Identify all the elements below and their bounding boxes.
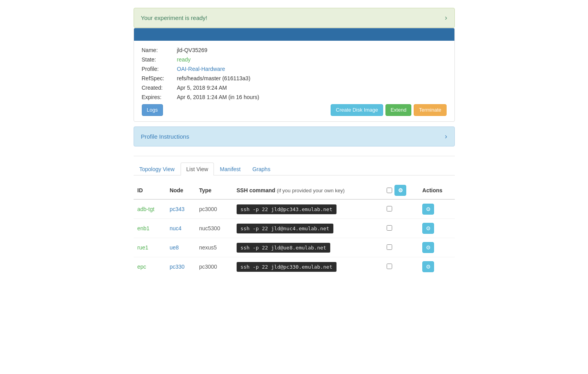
col-header-node: Node xyxy=(166,182,195,199)
col-header-checkbox: ⚙ xyxy=(383,182,418,199)
cell-ssh-0: ssh -p 22 jld@pc343.emulab.net xyxy=(233,199,383,219)
cell-actions-2: ⚙ xyxy=(418,238,454,257)
ready-banner-text: Your experiment is ready! xyxy=(141,14,208,21)
info-row-name: Name: jld-QV35269 xyxy=(142,47,447,53)
select-all-checkbox[interactable] xyxy=(387,188,392,193)
row-checkbox-0[interactable] xyxy=(387,206,392,211)
info-row-profile: Profile: OAI-Real-Hardware xyxy=(142,66,447,72)
cell-node-2[interactable]: ue8 xyxy=(166,238,195,257)
ssh-command-label: SSH command xyxy=(237,187,275,193)
gear-action-button-3[interactable]: ⚙ xyxy=(422,261,434,272)
cell-ssh-2: ssh -p 22 jld@ue8.emulab.net xyxy=(233,238,383,257)
experiment-card: Name: jld-QV35269 State: ready Profile: … xyxy=(134,28,455,122)
cell-type-1: nuc5300 xyxy=(195,219,233,238)
gear-action-button-0[interactable]: ⚙ xyxy=(422,204,434,215)
table-row: rue1 ue8 nexus5 ssh -p 22 jld@ue8.emulab… xyxy=(134,238,455,257)
terminate-button[interactable]: Terminate xyxy=(414,104,446,116)
right-actions: Create Disk Image Extend Terminate xyxy=(331,104,446,116)
label-name: Name: xyxy=(142,47,177,53)
tab-list-view[interactable]: List View xyxy=(181,163,214,175)
tab-topology-view[interactable]: Topology View xyxy=(134,163,181,175)
card-actions: Logs Create Disk Image Extend Terminate xyxy=(142,104,447,116)
cell-node-1[interactable]: nuc4 xyxy=(166,219,195,238)
table-row: epc pc330 pc3000 ssh -p 22 jld@pc330.emu… xyxy=(134,257,455,276)
cell-id-0[interactable]: adb-tgt xyxy=(134,199,166,219)
logs-button[interactable]: Logs xyxy=(142,104,163,116)
ready-banner-chevron: › xyxy=(445,14,447,22)
table-row: adb-tgt pc343 pc3000 ssh -p 22 jld@pc343… xyxy=(134,199,455,219)
cell-checkbox-0 xyxy=(383,199,418,219)
ready-banner[interactable]: Your experiment is ready! › xyxy=(134,8,455,28)
col-header-ssh: SSH command (if you provided your own ke… xyxy=(233,182,383,199)
cell-node-0[interactable]: pc343 xyxy=(166,199,195,219)
cell-type-3: pc3000 xyxy=(195,257,233,276)
cell-id-3[interactable]: epc xyxy=(134,257,166,276)
ssh-note-label: (if you provided your own key) xyxy=(277,188,344,193)
label-refspec: RefSpec: xyxy=(142,75,177,81)
table-header-row: ID Node Type SSH command (if you provide… xyxy=(134,182,455,199)
col-header-type: Type xyxy=(195,182,233,199)
section-divider xyxy=(134,156,455,156)
cell-node-3[interactable]: pc330 xyxy=(166,257,195,276)
cell-actions-3: ⚙ xyxy=(418,257,454,276)
main-container: Your experiment is ready! › Name: jld-QV… xyxy=(134,8,455,276)
label-profile: Profile: xyxy=(142,66,177,72)
cell-id-2[interactable]: rue1 xyxy=(134,238,166,257)
row-checkbox-3[interactable] xyxy=(387,264,392,269)
cell-type-0: pc3000 xyxy=(195,199,233,219)
cell-id-1[interactable]: enb1 xyxy=(134,219,166,238)
col-header-id: ID xyxy=(134,182,166,199)
col-header-actions: Actions xyxy=(418,182,454,199)
gear-action-button-2[interactable]: ⚙ xyxy=(422,242,434,253)
value-created: Apr 5, 2018 9:24 AM xyxy=(177,85,227,91)
cell-type-2: nexus5 xyxy=(195,238,233,257)
row-checkbox-1[interactable] xyxy=(387,225,392,231)
label-state: State: xyxy=(142,56,177,63)
profile-banner-text: Profile Instructions xyxy=(141,133,189,140)
cell-ssh-1: ssh -p 22 jld@nuc4.emulab.net xyxy=(233,219,383,238)
cell-actions-0: ⚙ xyxy=(418,199,454,219)
tab-manifest[interactable]: Manifest xyxy=(214,163,246,175)
label-created: Created: xyxy=(142,85,177,91)
cell-checkbox-1 xyxy=(383,219,418,238)
create-disk-image-button[interactable]: Create Disk Image xyxy=(331,104,383,116)
value-expires: Apr 6, 2018 1:24 AM (in 16 hours) xyxy=(177,94,259,100)
extend-button[interactable]: Extend xyxy=(385,104,411,116)
cell-checkbox-2 xyxy=(383,238,418,257)
nodes-table: ID Node Type SSH command (if you provide… xyxy=(134,182,455,276)
info-row-expires: Expires: Apr 6, 2018 1:24 AM (in 16 hour… xyxy=(142,94,447,100)
gear-header-button[interactable]: ⚙ xyxy=(394,185,406,196)
label-expires: Expires: xyxy=(142,94,177,100)
experiment-card-header xyxy=(134,28,454,41)
info-row-refspec: RefSpec: refs/heads/master (616113a3) xyxy=(142,75,447,81)
tab-graphs[interactable]: Graphs xyxy=(246,163,276,175)
cell-checkbox-3 xyxy=(383,257,418,276)
profile-instructions-banner[interactable]: Profile Instructions › xyxy=(134,126,455,146)
tabs-container: Topology View List View Manifest Graphs xyxy=(134,163,455,175)
cell-actions-1: ⚙ xyxy=(418,219,454,238)
value-refspec: refs/heads/master (616113a3) xyxy=(177,75,251,81)
value-profile[interactable]: OAI-Real-Hardware xyxy=(177,66,225,72)
info-row-state: State: ready xyxy=(142,56,447,63)
value-name: jld-QV35269 xyxy=(177,47,208,53)
value-state: ready xyxy=(177,56,191,63)
table-row: enb1 nuc4 nuc5300 ssh -p 22 jld@nuc4.emu… xyxy=(134,219,455,238)
experiment-card-body: Name: jld-QV35269 State: ready Profile: … xyxy=(134,41,454,121)
row-checkbox-2[interactable] xyxy=(387,244,392,250)
info-row-created: Created: Apr 5, 2018 9:24 AM xyxy=(142,85,447,91)
gear-action-button-1[interactable]: ⚙ xyxy=(422,223,434,234)
profile-banner-chevron: › xyxy=(445,132,447,141)
cell-ssh-3: ssh -p 22 jld@pc330.emulab.net xyxy=(233,257,383,276)
